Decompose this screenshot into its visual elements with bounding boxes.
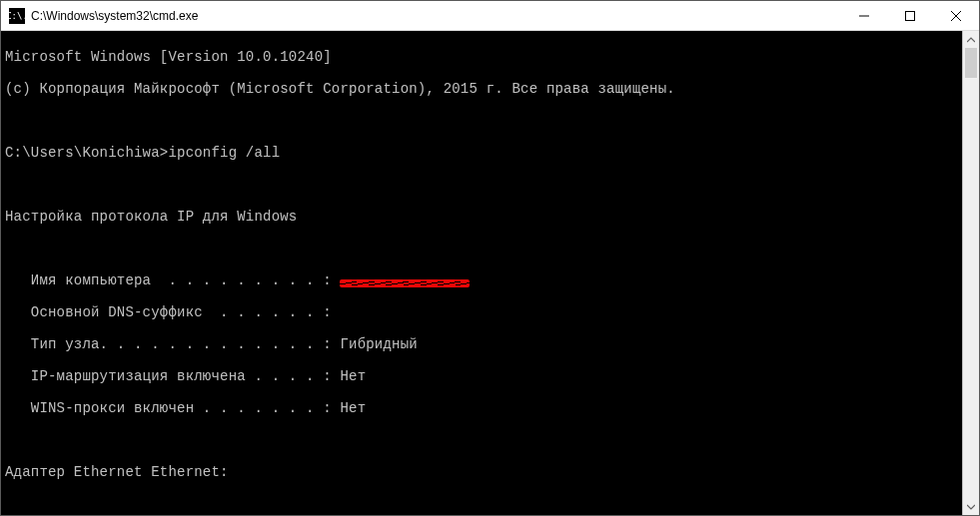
line-node-type: Тип узла. . . . . . . . . . . . . : Гибр…: [5, 336, 962, 352]
scroll-track[interactable]: [963, 48, 979, 498]
blank-line: [5, 432, 962, 448]
titlebar[interactable]: C:\. C:\Windows\system32\cmd.exe: [1, 1, 979, 31]
window-title: C:\Windows\system32\cmd.exe: [31, 9, 841, 23]
terminal-area: Microsoft Windows [Version 10.0.10240] (…: [1, 31, 979, 515]
scroll-thumb[interactable]: [965, 48, 977, 78]
close-icon: [951, 11, 961, 21]
blank-line: [5, 113, 962, 129]
line-wins-proxy: WINS-прокси включен . . . . . . . : Нет: [5, 400, 962, 416]
terminal-output[interactable]: Microsoft Windows [Version 10.0.10240] (…: [1, 31, 962, 515]
line-host: Имя компьютера . . . . . . . . . :: [5, 272, 962, 288]
line-dns-suffix: Основной DNS-суффикс . . . . . . :: [5, 304, 962, 320]
cmd-window: C:\. C:\Windows\system32\cmd.exe Microso…: [0, 0, 980, 516]
chevron-up-icon: [967, 36, 975, 44]
maximize-icon: [905, 11, 915, 21]
blank-line: [5, 177, 962, 193]
line-version: Microsoft Windows [Version 10.0.10240]: [5, 49, 962, 65]
line-eth-title: Адаптер Ethernet Ethernet:: [5, 464, 962, 480]
line-copyright: (c) Корпорация Майкрософт (Microsoft Cor…: [5, 81, 962, 97]
chevron-down-icon: [967, 503, 975, 511]
scroll-down-button[interactable]: [963, 498, 979, 515]
maximize-button[interactable]: [887, 1, 933, 30]
scroll-up-button[interactable]: [963, 31, 979, 48]
minimize-icon: [859, 11, 869, 21]
close-button[interactable]: [933, 1, 979, 30]
svg-rect-1: [906, 11, 915, 20]
blank-line: [5, 241, 962, 257]
line-settings-title: Настройка протокола IP для Windows: [5, 209, 962, 225]
vertical-scrollbar[interactable]: [962, 31, 979, 515]
line-ip-routing: IP-маршрутизация включена . . . . : Нет: [5, 368, 962, 384]
minimize-button[interactable]: [841, 1, 887, 30]
blank-line: [5, 496, 962, 512]
redacted-hostname: [340, 279, 470, 287]
cmd-icon: C:\.: [9, 8, 25, 24]
line-prompt: C:\Users\Konichiwa>ipconfig /all: [5, 145, 962, 161]
window-controls: [841, 1, 979, 30]
